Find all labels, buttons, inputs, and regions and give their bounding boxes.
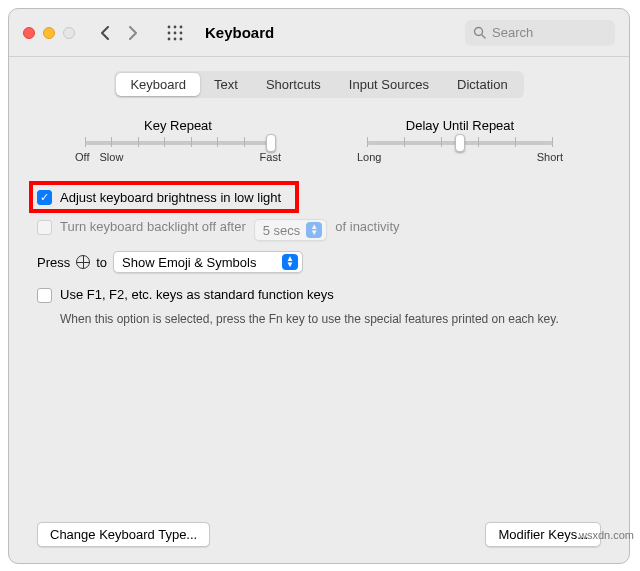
- backlight-delay-value: 5 secs: [263, 223, 301, 238]
- press-globe-mid: to: [96, 255, 107, 270]
- tab-text[interactable]: Text: [200, 73, 252, 96]
- preferences-window: Keyboard Search Keyboard Text Shortcuts …: [8, 8, 630, 564]
- globe-icon: [76, 255, 90, 269]
- svg-point-3: [168, 31, 171, 34]
- minimize-window-button[interactable]: [43, 27, 55, 39]
- window-controls: [23, 27, 75, 39]
- svg-point-5: [180, 31, 183, 34]
- key-repeat-thumb[interactable]: [266, 134, 276, 152]
- change-keyboard-type-button[interactable]: Change Keyboard Type...: [37, 522, 210, 547]
- svg-point-1: [174, 25, 177, 28]
- fn-keys-row: Use F1, F2, etc. keys as standard functi…: [37, 285, 601, 305]
- svg-point-6: [168, 37, 171, 40]
- svg-point-7: [174, 37, 177, 40]
- press-globe-row: Press to Show Emoji & Symbols ▲▼: [37, 251, 601, 273]
- forward-button: [121, 21, 145, 45]
- backlight-off-suffix: of inactivity: [335, 219, 399, 234]
- show-all-button[interactable]: [163, 21, 187, 45]
- delay-group: Delay Until Repeat Long Short: [345, 118, 575, 163]
- key-repeat-label: Key Repeat: [63, 118, 293, 133]
- segmented-control: Keyboard Text Shortcuts Input Sources Di…: [114, 71, 523, 98]
- adjust-brightness-label: Adjust keyboard brightness in low light: [60, 190, 281, 205]
- titlebar: Keyboard Search: [9, 9, 629, 57]
- globe-action-select[interactable]: Show Emoji & Symbols ▲▼: [113, 251, 303, 273]
- delay-thumb[interactable]: [455, 134, 465, 152]
- search-field[interactable]: Search: [465, 20, 615, 46]
- delay-long-cap: Long: [357, 151, 381, 163]
- key-repeat-slow-cap: Slow: [99, 151, 123, 163]
- backlight-off-prefix: Turn keyboard backlight off after: [60, 219, 246, 234]
- key-repeat-group: Key Repeat Off Slow Fast: [63, 118, 293, 163]
- fn-keys-label: Use F1, F2, etc. keys as standard functi…: [60, 287, 334, 302]
- zoom-window-button: [63, 27, 75, 39]
- press-globe-prefix: Press: [37, 255, 70, 270]
- nav-buttons: [93, 21, 145, 45]
- tab-bar: Keyboard Text Shortcuts Input Sources Di…: [9, 71, 629, 98]
- fn-keys-checkbox[interactable]: [37, 288, 52, 303]
- page-title: Keyboard: [205, 24, 274, 41]
- adjust-brightness-checkbox[interactable]: ✓: [37, 190, 52, 205]
- tab-dictation[interactable]: Dictation: [443, 73, 522, 96]
- back-button[interactable]: [93, 21, 117, 45]
- bottom-buttons: Change Keyboard Type... Modifier Keys...: [37, 522, 601, 547]
- delay-label: Delay Until Repeat: [345, 118, 575, 133]
- delay-short-cap: Short: [537, 151, 563, 163]
- backlight-off-row: Turn keyboard backlight off after 5 secs…: [37, 217, 601, 243]
- svg-point-8: [180, 37, 183, 40]
- search-icon: [473, 26, 486, 39]
- close-window-button[interactable]: [23, 27, 35, 39]
- globe-action-value: Show Emoji & Symbols: [122, 255, 256, 270]
- svg-point-2: [180, 25, 183, 28]
- key-repeat-off-cap: Off: [75, 151, 89, 163]
- svg-point-0: [168, 25, 171, 28]
- fn-keys-description: When this option is selected, press the …: [60, 311, 601, 328]
- search-placeholder: Search: [492, 25, 533, 40]
- backlight-off-checkbox[interactable]: [37, 220, 52, 235]
- svg-line-10: [482, 35, 486, 39]
- chevron-up-down-icon: ▲▼: [306, 222, 322, 238]
- tab-shortcuts[interactable]: Shortcuts: [252, 73, 335, 96]
- content-area: Key Repeat Off Slow Fast D: [9, 98, 629, 563]
- watermark-text: wsxdn.com: [579, 529, 634, 541]
- svg-point-4: [174, 31, 177, 34]
- backlight-delay-select[interactable]: 5 secs ▲▼: [254, 219, 328, 241]
- highlight-annotation: ✓ Adjust keyboard brightness in low ligh…: [29, 181, 299, 213]
- key-repeat-fast-cap: Fast: [260, 151, 281, 163]
- chevron-up-down-icon: ▲▼: [282, 254, 298, 270]
- key-repeat-slider[interactable]: [85, 141, 271, 145]
- tab-keyboard[interactable]: Keyboard: [116, 73, 200, 96]
- delay-slider[interactable]: [367, 141, 553, 145]
- tab-input-sources[interactable]: Input Sources: [335, 73, 443, 96]
